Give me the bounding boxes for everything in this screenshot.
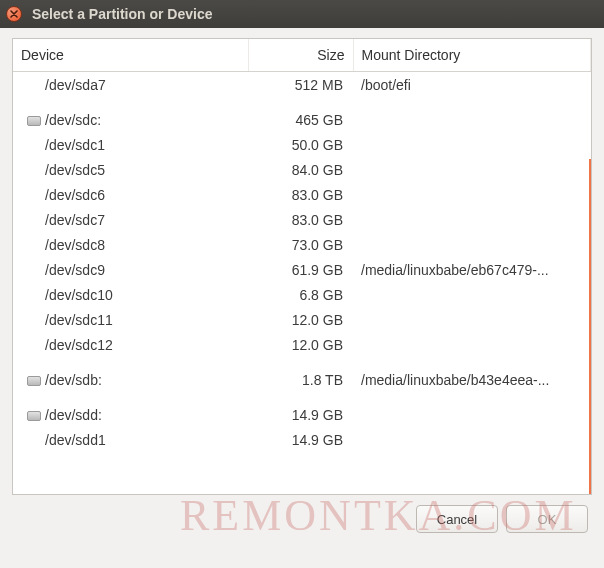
size-cell: 465 GB [248, 107, 353, 132]
device-cell: /dev/sdc8 [13, 232, 248, 257]
window-title: Select a Partition or Device [32, 6, 213, 22]
table-row[interactable]: /dev/sdc150.0 GB [13, 132, 591, 157]
device-cell: /dev/sdc: [13, 107, 248, 132]
mount-cell [353, 282, 591, 307]
column-header-size[interactable]: Size [248, 39, 353, 72]
size-cell: 1.8 TB [248, 367, 353, 392]
device-name: /dev/sda7 [45, 77, 106, 93]
size-cell: 83.0 GB [248, 182, 353, 207]
dialog-buttons: Cancel OK [12, 495, 592, 533]
device-cell: /dev/sdc5 [13, 157, 248, 182]
device-cell: /dev/sdb: [13, 367, 248, 392]
device-cell: /dev/sda7 [13, 72, 248, 98]
title-bar: Select a Partition or Device [0, 0, 604, 28]
column-header-mount[interactable]: Mount Directory [353, 39, 591, 72]
partition-table: Device Size Mount Directory /dev/sda7512… [13, 39, 591, 452]
partition-table-wrap: Device Size Mount Directory /dev/sda7512… [12, 38, 592, 495]
cancel-button[interactable]: Cancel [416, 505, 498, 533]
device-name: /dev/sdc5 [45, 162, 105, 178]
table-row[interactable]: /dev/sdc:465 GB [13, 107, 591, 132]
size-cell: 14.9 GB [248, 427, 353, 452]
device-cell: /dev/sdd1 [13, 427, 248, 452]
device-cell: /dev/sdc9 [13, 257, 248, 282]
close-icon [10, 10, 18, 18]
device-name: /dev/sdc6 [45, 187, 105, 203]
mount-cell [353, 132, 591, 157]
mount-cell [353, 307, 591, 332]
size-cell: 6.8 GB [248, 282, 353, 307]
table-row[interactable]: /dev/sdc873.0 GB [13, 232, 591, 257]
device-name: /dev/sdc1 [45, 137, 105, 153]
mount-cell [353, 427, 591, 452]
table-header-row: Device Size Mount Directory [13, 39, 591, 72]
mount-cell [353, 182, 591, 207]
device-name: /dev/sdd: [45, 407, 102, 423]
drive-icon [27, 116, 41, 126]
drive-icon [27, 376, 41, 386]
size-cell: 12.0 GB [248, 332, 353, 357]
drive-icon [27, 411, 41, 421]
size-cell: 12.0 GB [248, 307, 353, 332]
mount-cell [353, 332, 591, 357]
table-row[interactable]: /dev/sdc683.0 GB [13, 182, 591, 207]
device-cell: /dev/sdd: [13, 402, 248, 427]
ok-button[interactable]: OK [506, 505, 588, 533]
table-spacer [13, 357, 591, 367]
device-name: /dev/sdc10 [45, 287, 113, 303]
device-cell: /dev/sdc6 [13, 182, 248, 207]
device-name: /dev/sdc: [45, 112, 101, 128]
size-cell: 61.9 GB [248, 257, 353, 282]
mount-cell: /media/linuxbabe/b43e4eea-... [353, 367, 591, 392]
size-cell: 14.9 GB [248, 402, 353, 427]
close-button[interactable] [6, 6, 22, 22]
size-cell: 50.0 GB [248, 132, 353, 157]
table-spacer [13, 392, 591, 402]
mount-cell [353, 402, 591, 427]
size-cell: 83.0 GB [248, 207, 353, 232]
table-row[interactable]: /dev/sdb:1.8 TB/media/linuxbabe/b43e4eea… [13, 367, 591, 392]
table-row[interactable]: /dev/sdc961.9 GB/media/linuxbabe/eb67c47… [13, 257, 591, 282]
table-row[interactable]: /dev/sdd:14.9 GB [13, 402, 591, 427]
device-name: /dev/sdc11 [45, 312, 113, 328]
column-header-device[interactable]: Device [13, 39, 248, 72]
device-name: /dev/sdb: [45, 372, 102, 388]
mount-cell [353, 107, 591, 132]
table-row[interactable]: /dev/sdc1112.0 GB [13, 307, 591, 332]
mount-cell [353, 232, 591, 257]
device-name: /dev/sdd1 [45, 432, 106, 448]
size-cell: 512 MB [248, 72, 353, 98]
table-row[interactable]: /dev/sdc106.8 GB [13, 282, 591, 307]
table-row[interactable]: /dev/sdc584.0 GB [13, 157, 591, 182]
device-cell: /dev/sdc10 [13, 282, 248, 307]
table-spacer [13, 97, 591, 107]
device-cell: /dev/sdc11 [13, 307, 248, 332]
device-cell: /dev/sdc12 [13, 332, 248, 357]
dialog-content: Device Size Mount Directory /dev/sda7512… [0, 28, 604, 533]
device-cell: /dev/sdc7 [13, 207, 248, 232]
device-name: /dev/sdc8 [45, 237, 105, 253]
scrollbar-indicator[interactable] [589, 159, 592, 494]
mount-cell: /media/linuxbabe/eb67c479-... [353, 257, 591, 282]
device-name: /dev/sdc7 [45, 212, 105, 228]
device-name: /dev/sdc12 [45, 337, 113, 353]
size-cell: 84.0 GB [248, 157, 353, 182]
device-cell: /dev/sdc1 [13, 132, 248, 157]
table-row[interactable]: /dev/sdc1212.0 GB [13, 332, 591, 357]
table-row[interactable]: /dev/sda7512 MB/boot/efi [13, 72, 591, 98]
device-name: /dev/sdc9 [45, 262, 105, 278]
table-row[interactable]: /dev/sdc783.0 GB [13, 207, 591, 232]
mount-cell [353, 157, 591, 182]
size-cell: 73.0 GB [248, 232, 353, 257]
table-row[interactable]: /dev/sdd114.9 GB [13, 427, 591, 452]
mount-cell: /boot/efi [353, 72, 591, 98]
mount-cell [353, 207, 591, 232]
